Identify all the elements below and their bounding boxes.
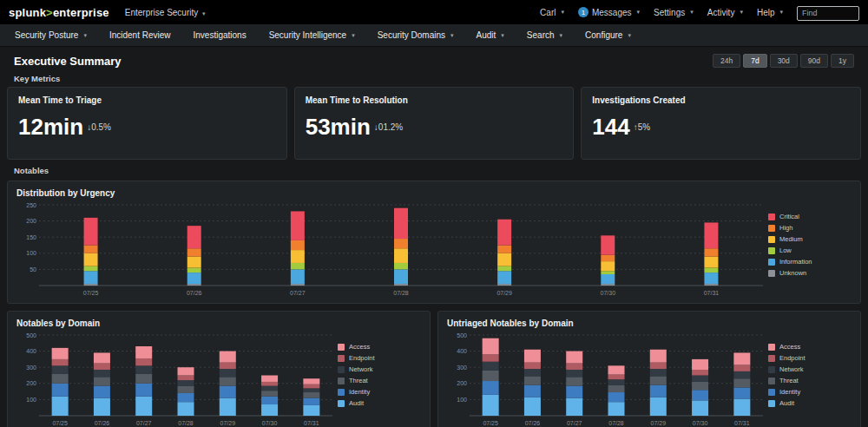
bar-segment[interactable] (692, 370, 708, 376)
bar-segment[interactable] (52, 348, 69, 359)
bar-segment[interactable] (303, 405, 319, 416)
bar-segment[interactable] (601, 271, 615, 274)
bar-segment[interactable] (497, 271, 511, 284)
bar-segment[interactable] (261, 391, 278, 397)
bar-segment[interactable] (187, 273, 201, 284)
bar-segment[interactable] (187, 284, 201, 286)
help-menu[interactable]: Help▾ (757, 8, 783, 17)
bar-segment[interactable] (608, 402, 625, 416)
bar-segment[interactable] (303, 392, 319, 398)
bar-segment[interactable] (566, 351, 582, 364)
legend-item[interactable]: Information (768, 258, 852, 266)
bar-segment[interactable] (650, 363, 667, 369)
bar-segment[interactable] (566, 377, 582, 385)
bar-segment[interactable] (524, 363, 541, 369)
bar-segment[interactable] (84, 266, 98, 272)
bar-segment[interactable] (704, 284, 718, 286)
bar-segment[interactable] (135, 374, 152, 384)
bar-segment[interactable] (608, 379, 625, 385)
time-range-30d[interactable]: 30d (770, 54, 798, 68)
bar-segment[interactable] (650, 397, 667, 416)
bar-segment[interactable] (261, 382, 278, 386)
bar-segment[interactable] (566, 370, 582, 377)
user-menu[interactable]: Carl▾ (540, 8, 564, 17)
legend-item[interactable]: Medium (768, 235, 852, 243)
bar-segment[interactable] (394, 284, 408, 286)
bar-segment[interactable] (291, 240, 305, 250)
bar-segment[interactable] (52, 365, 69, 373)
bar-segment[interactable] (187, 268, 201, 273)
nav-incident-review[interactable]: Incident Review (98, 24, 182, 46)
legend-item[interactable]: Low (768, 246, 852, 254)
bar-segment[interactable] (94, 386, 110, 398)
time-range-90d[interactable]: 90d (800, 54, 828, 68)
bar-segment[interactable] (483, 395, 499, 416)
bar-segment[interactable] (601, 255, 615, 261)
legend-item[interactable]: Access (338, 343, 421, 351)
legend-item[interactable]: Endpoint (338, 354, 421, 362)
bar-segment[interactable] (303, 384, 319, 389)
bar-segment[interactable] (692, 376, 708, 382)
bar-segment[interactable] (524, 397, 541, 416)
bar-segment[interactable] (291, 269, 305, 284)
bar-segment[interactable] (261, 376, 278, 382)
nav-configure[interactable]: Configure▾ (574, 24, 642, 46)
bar-segment[interactable] (650, 385, 667, 397)
bar-segment[interactable] (52, 397, 69, 416)
bar-segment[interactable] (178, 386, 194, 393)
nav-security-posture[interactable]: Security Posture▾ (3, 24, 98, 46)
bar-segment[interactable] (394, 248, 408, 263)
bar-segment[interactable] (84, 246, 98, 253)
nav-security-domains[interactable]: Security Domains▾ (366, 24, 465, 46)
bar-segment[interactable] (566, 398, 582, 416)
bar-segment[interactable] (692, 390, 708, 400)
bar-segment[interactable] (187, 248, 201, 256)
bar-segment[interactable] (483, 381, 499, 395)
bar-segment[interactable] (733, 398, 750, 416)
bar-segment[interactable] (261, 386, 278, 391)
nav-audit[interactable]: Audit▾ (465, 24, 516, 46)
bar-segment[interactable] (220, 363, 236, 369)
bar-segment[interactable] (94, 377, 110, 385)
bar-segment[interactable] (220, 351, 236, 363)
bar-segment[interactable] (220, 369, 236, 377)
bar-segment[interactable] (733, 378, 750, 387)
legend-item[interactable]: Audit (768, 399, 852, 407)
bar-segment[interactable] (524, 376, 541, 384)
bar-segment[interactable] (692, 382, 708, 390)
bar-segment[interactable] (261, 397, 278, 404)
nav-investigations[interactable]: Investigations (181, 24, 257, 46)
bar-segment[interactable] (704, 273, 718, 284)
bar-segment[interactable] (601, 235, 615, 254)
nav-security-intelligence[interactable]: Security Intelligence▾ (258, 24, 366, 46)
bar-segment[interactable] (303, 398, 319, 405)
bar-segment[interactable] (733, 352, 750, 365)
bar-segment[interactable] (178, 376, 194, 381)
legend-item[interactable]: Network (768, 365, 852, 373)
bar-segment[interactable] (497, 284, 511, 286)
bar-segment[interactable] (84, 284, 98, 286)
bar-segment[interactable] (178, 380, 194, 386)
find-input[interactable] (797, 6, 859, 21)
bar-segment[interactable] (94, 364, 110, 370)
bar-segment[interactable] (220, 377, 236, 385)
legend-item[interactable]: Audit (338, 399, 421, 407)
bar-segment[interactable] (94, 398, 110, 416)
bar-segment[interactable] (704, 222, 718, 248)
legend-item[interactable]: Unknown (768, 269, 852, 277)
bar-segment[interactable] (566, 364, 582, 370)
bar-segment[interactable] (704, 268, 718, 273)
bar-segment[interactable] (650, 350, 667, 363)
bar-segment[interactable] (524, 369, 541, 376)
bar-segment[interactable] (303, 388, 319, 392)
bar-segment[interactable] (84, 218, 98, 246)
bar-segment[interactable] (178, 367, 194, 375)
bar-segment[interactable] (84, 253, 98, 266)
bar-segment[interactable] (84, 271, 98, 284)
bar-segment[interactable] (394, 208, 408, 239)
bar-segment[interactable] (704, 257, 718, 268)
bar-segment[interactable] (220, 386, 236, 398)
bar-segment[interactable] (178, 402, 194, 416)
legend-item[interactable]: Threat (768, 377, 852, 384)
bar-segment[interactable] (394, 269, 408, 284)
